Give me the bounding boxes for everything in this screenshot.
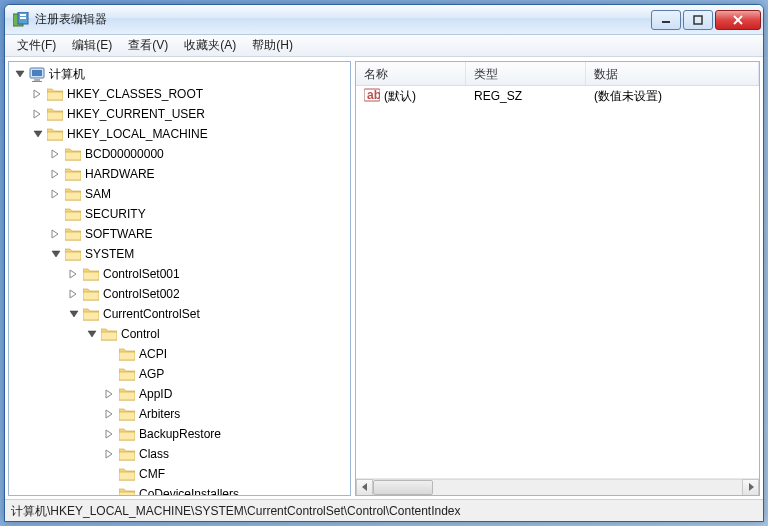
- column-header-name[interactable]: 名称: [356, 62, 466, 85]
- menu-favorites[interactable]: 收藏夹(A): [176, 35, 244, 56]
- expander-closed-icon[interactable]: [49, 227, 63, 241]
- menu-file[interactable]: 文件(F): [9, 35, 64, 56]
- folder-icon: [65, 187, 81, 201]
- tree-node-software[interactable]: SOFTWARE: [49, 224, 350, 244]
- column-header-data[interactable]: 数据: [586, 62, 759, 85]
- tree-node-computer[interactable]: 计算机: [13, 64, 350, 84]
- folder-icon: [119, 367, 135, 381]
- tree-node-sam[interactable]: SAM: [49, 184, 350, 204]
- value-name: (默认): [384, 88, 416, 105]
- close-button[interactable]: [715, 10, 761, 30]
- expander-spacer: [103, 347, 117, 361]
- cell-data: (数值未设置): [586, 88, 759, 105]
- scroll-left-button[interactable]: [356, 479, 373, 496]
- tree-label: Class: [139, 447, 169, 461]
- tree-node-security[interactable]: SECURITY: [49, 204, 350, 224]
- tree-node-hklm[interactable]: HKEY_LOCAL_MACHINE: [31, 124, 350, 144]
- tree-label: CMF: [139, 467, 165, 481]
- folder-icon: [65, 227, 81, 241]
- tree-label: AppID: [139, 387, 172, 401]
- expander-closed-icon[interactable]: [31, 87, 45, 101]
- expander-closed-icon[interactable]: [103, 387, 117, 401]
- expander-closed-icon[interactable]: [49, 187, 63, 201]
- svg-rect-11: [694, 16, 702, 24]
- folder-icon: [65, 167, 81, 181]
- tree-node-cs002[interactable]: ControlSet002: [67, 284, 350, 304]
- tree-node-arbiters[interactable]: Arbiters: [103, 404, 350, 424]
- tree-label: ControlSet001: [103, 267, 180, 281]
- folder-icon: [65, 207, 81, 221]
- horizontal-scrollbar[interactable]: [356, 478, 759, 495]
- tree-label: AGP: [139, 367, 164, 381]
- titlebar[interactable]: 注册表编辑器: [5, 5, 763, 35]
- tree-node-class[interactable]: Class: [103, 444, 350, 464]
- scroll-thumb[interactable]: [373, 480, 433, 495]
- tree-node-system[interactable]: SYSTEM: [49, 244, 350, 264]
- column-header-type[interactable]: 类型: [466, 62, 586, 85]
- tree-node-control[interactable]: Control: [85, 324, 350, 344]
- expander-closed-icon[interactable]: [67, 267, 81, 281]
- tree-label: HKEY_LOCAL_MACHINE: [67, 127, 208, 141]
- folder-icon: [83, 307, 99, 321]
- expander-closed-icon[interactable]: [31, 107, 45, 121]
- folder-icon: [47, 107, 63, 121]
- tree-node-hkcr[interactable]: HKEY_CLASSES_ROOT: [31, 84, 350, 104]
- minimize-button[interactable]: [651, 10, 681, 30]
- tree-label: ACPI: [139, 347, 167, 361]
- tree-label: HARDWARE: [85, 167, 155, 181]
- registry-tree[interactable]: 计算机 HKEY_CLASSES_ROOT HKEY_CURRENT_USER …: [9, 62, 350, 495]
- status-path: 计算机\HKEY_LOCAL_MACHINE\SYSTEM\CurrentCon…: [11, 504, 461, 518]
- expander-closed-icon[interactable]: [67, 287, 81, 301]
- values-pane: 名称 类型 数据 (默认) REG_SZ (数值未设置): [355, 61, 760, 496]
- folder-icon: [47, 87, 63, 101]
- expander-closed-icon[interactable]: [49, 147, 63, 161]
- list-row[interactable]: (默认) REG_SZ (数值未设置): [356, 86, 759, 106]
- tree-label: 计算机: [49, 66, 85, 83]
- folder-icon: [119, 447, 135, 461]
- tree-label: ControlSet002: [103, 287, 180, 301]
- tree-node-codevice[interactable]: CoDeviceInstallers: [103, 484, 350, 495]
- folder-icon: [119, 467, 135, 481]
- maximize-button[interactable]: [683, 10, 713, 30]
- expander-closed-icon[interactable]: [49, 167, 63, 181]
- tree-label: SAM: [85, 187, 111, 201]
- expander-open-icon[interactable]: [31, 127, 45, 141]
- expander-spacer: [103, 467, 117, 481]
- expander-closed-icon[interactable]: [103, 447, 117, 461]
- expander-open-icon[interactable]: [49, 247, 63, 261]
- tree-node-ccs[interactable]: CurrentControlSet: [67, 304, 350, 324]
- computer-icon: [29, 67, 45, 81]
- cell-type: REG_SZ: [466, 89, 586, 103]
- tree-node-backuprestore[interactable]: BackupRestore: [103, 424, 350, 444]
- tree-label: SECURITY: [85, 207, 146, 221]
- tree-node-agp[interactable]: AGP: [103, 364, 350, 384]
- expander-closed-icon[interactable]: [103, 427, 117, 441]
- tree-label: CoDeviceInstallers: [139, 487, 239, 495]
- expander-open-icon[interactable]: [67, 307, 81, 321]
- tree-label: SYSTEM: [85, 247, 134, 261]
- expander-open-icon[interactable]: [85, 327, 99, 341]
- list-body[interactable]: (默认) REG_SZ (数值未设置): [356, 86, 759, 478]
- scroll-track[interactable]: [373, 479, 742, 496]
- folder-icon: [83, 267, 99, 281]
- menu-edit[interactable]: 编辑(E): [64, 35, 120, 56]
- tree-scroll[interactable]: 计算机 HKEY_CLASSES_ROOT HKEY_CURRENT_USER …: [9, 62, 350, 495]
- tree-node-cmf[interactable]: CMF: [103, 464, 350, 484]
- tree-label: SOFTWARE: [85, 227, 153, 241]
- menu-help[interactable]: 帮助(H): [244, 35, 301, 56]
- scroll-right-button[interactable]: [742, 479, 759, 496]
- cell-name: (默认): [356, 87, 466, 106]
- tree-node-hkcu[interactable]: HKEY_CURRENT_USER: [31, 104, 350, 124]
- expander-spacer: [103, 487, 117, 495]
- tree-node-acpi[interactable]: ACPI: [103, 344, 350, 364]
- tree-node-hardware[interactable]: HARDWARE: [49, 164, 350, 184]
- menu-view[interactable]: 查看(V): [120, 35, 176, 56]
- tree-node-appid[interactable]: AppID: [103, 384, 350, 404]
- app-icon: [13, 12, 29, 28]
- expander-open-icon[interactable]: [13, 67, 27, 81]
- expander-spacer: [49, 207, 63, 221]
- folder-icon: [119, 487, 135, 495]
- tree-node-bcd[interactable]: BCD00000000: [49, 144, 350, 164]
- expander-closed-icon[interactable]: [103, 407, 117, 421]
- tree-node-cs001[interactable]: ControlSet001: [67, 264, 350, 284]
